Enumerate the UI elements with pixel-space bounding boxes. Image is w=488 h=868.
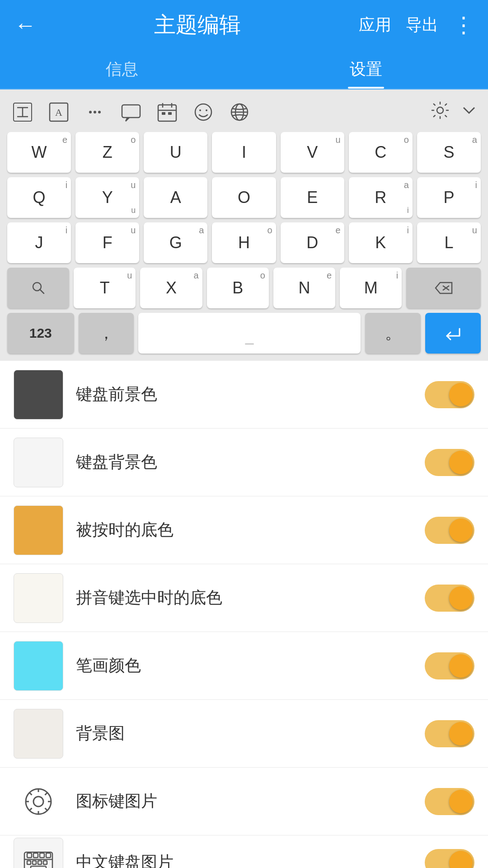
svg-point-6 bbox=[89, 111, 92, 113]
key-A[interactable]: A bbox=[144, 177, 207, 218]
svg-rect-44 bbox=[33, 861, 36, 864]
svg-rect-40 bbox=[33, 853, 38, 858]
key-search[interactable] bbox=[7, 268, 69, 308]
svg-rect-41 bbox=[40, 853, 44, 858]
pressed-toggle[interactable] bbox=[425, 517, 474, 544]
background-toggle[interactable] bbox=[425, 449, 474, 476]
svg-line-36 bbox=[30, 808, 32, 810]
foreground-toggle[interactable] bbox=[425, 381, 474, 408]
key-J[interactable]: Ji bbox=[7, 222, 71, 263]
cn-keyboard-icon-box bbox=[14, 838, 63, 868]
keyboard-preview: A bbox=[0, 90, 488, 361]
settings-item-stroke: 笔画颜色 bbox=[0, 632, 488, 700]
svg-point-8 bbox=[98, 111, 101, 113]
pressed-label: 被按时的底色 bbox=[76, 519, 412, 541]
settings-item-pinyin: 拼音键选中时的底色 bbox=[0, 564, 488, 632]
apply-button[interactable]: 应用 bbox=[359, 14, 391, 36]
toolbar-gear-icon[interactable] bbox=[430, 100, 450, 124]
key-S[interactable]: Sa bbox=[417, 132, 481, 173]
back-button[interactable]: ← bbox=[14, 13, 36, 38]
toolbar-chat-icon[interactable] bbox=[117, 99, 145, 126]
stroke-toggle[interactable] bbox=[425, 652, 474, 679]
key-K[interactable]: Ki bbox=[349, 222, 413, 263]
foreground-label: 键盘前景色 bbox=[76, 383, 412, 406]
svg-rect-45 bbox=[38, 861, 42, 864]
bg-image-swatch[interactable] bbox=[14, 709, 63, 759]
foreground-color-swatch[interactable] bbox=[14, 370, 63, 420]
pinyin-toggle[interactable] bbox=[425, 585, 474, 612]
settings-list: 键盘前景色 键盘背景色 被按时的底色 拼音键选中时的底色 笔画颜色 bbox=[0, 361, 488, 868]
pinyin-color-swatch[interactable] bbox=[14, 573, 63, 623]
pinyin-label: 拼音键选中时的底色 bbox=[76, 587, 412, 609]
icon-key-toggle[interactable] bbox=[425, 788, 474, 815]
more-button[interactable]: ⋮ bbox=[453, 12, 474, 38]
key-L[interactable]: Lu bbox=[417, 222, 481, 263]
key-Y[interactable]: Yuu bbox=[75, 177, 139, 218]
toolbar-emoji-icon[interactable] bbox=[190, 99, 217, 126]
svg-point-16 bbox=[195, 104, 211, 120]
toolbar-calendar-icon[interactable] bbox=[154, 99, 181, 126]
toolbar-right bbox=[430, 100, 479, 124]
toolbar-icon-group: A bbox=[9, 99, 430, 126]
svg-rect-43 bbox=[27, 861, 31, 864]
key-D[interactable]: De bbox=[281, 222, 344, 263]
svg-rect-15 bbox=[168, 112, 172, 115]
toolbar-text-icon[interactable]: A bbox=[45, 99, 72, 126]
toolbar-chevron-icon[interactable] bbox=[459, 100, 479, 124]
key-T[interactable]: Tu bbox=[74, 268, 136, 308]
key-P[interactable]: Pi bbox=[417, 177, 481, 218]
toolbar-globe-icon[interactable] bbox=[226, 99, 253, 126]
key-B[interactable]: Bo bbox=[207, 268, 269, 308]
key-U[interactable]: U bbox=[144, 132, 207, 173]
key-row-4: Tu Xa Bo Ne Mi bbox=[7, 268, 481, 308]
svg-line-24 bbox=[40, 289, 44, 293]
key-E[interactable]: E bbox=[281, 177, 344, 218]
key-Z[interactable]: Zo bbox=[75, 132, 139, 173]
key-N[interactable]: Ne bbox=[273, 268, 335, 308]
header: ← 主题编辑 应用 导出 ⋮ bbox=[0, 0, 488, 50]
svg-point-17 bbox=[199, 109, 201, 111]
svg-rect-39 bbox=[27, 853, 32, 858]
stroke-color-swatch[interactable] bbox=[14, 641, 63, 691]
key-Q[interactable]: Qi bbox=[7, 177, 71, 218]
key-O[interactable]: O bbox=[212, 177, 276, 218]
key-comma[interactable]: ， bbox=[79, 313, 134, 354]
key-G[interactable]: Ga bbox=[144, 222, 207, 263]
key-C[interactable]: Co bbox=[349, 132, 413, 173]
key-123[interactable]: 123 bbox=[7, 313, 74, 354]
key-H[interactable]: Ho bbox=[212, 222, 276, 263]
background-color-swatch[interactable] bbox=[14, 438, 63, 487]
key-W[interactable]: We bbox=[7, 132, 71, 173]
key-row-1: We Zo U I Vu Co Sa bbox=[7, 132, 481, 173]
key-F[interactable]: Fu bbox=[75, 222, 139, 263]
toolbar-dots-icon[interactable] bbox=[81, 99, 108, 126]
settings-item-foreground: 键盘前景色 bbox=[0, 361, 488, 429]
svg-line-34 bbox=[45, 808, 47, 810]
svg-rect-42 bbox=[46, 853, 51, 858]
key-enter[interactable] bbox=[425, 313, 481, 354]
bg-image-toggle[interactable] bbox=[425, 720, 474, 747]
cn-keyboard-label: 中文键盘图片 bbox=[76, 851, 412, 868]
key-space[interactable]: ＿ bbox=[138, 313, 361, 354]
cn-keyboard-toggle[interactable] bbox=[425, 849, 474, 868]
settings-item-icon-key: 图标键图片 bbox=[0, 768, 488, 835]
key-X[interactable]: Xa bbox=[140, 268, 202, 308]
key-V[interactable]: Vu bbox=[281, 132, 344, 173]
key-M[interactable]: Mi bbox=[340, 268, 402, 308]
key-backspace[interactable] bbox=[406, 268, 481, 308]
export-button[interactable]: 导出 bbox=[406, 14, 438, 36]
tab-info[interactable]: 信息 bbox=[0, 50, 244, 89]
settings-item-bg-image: 背景图 bbox=[0, 700, 488, 768]
toolbar-chinese-icon[interactable] bbox=[9, 99, 36, 126]
svg-point-28 bbox=[33, 797, 43, 807]
tab-settings[interactable]: 设置 bbox=[244, 50, 488, 89]
svg-rect-47 bbox=[31, 866, 46, 868]
key-rows: We Zo U I Vu Co Sa Qi Yuu A O E Rai Pi J… bbox=[7, 132, 481, 354]
svg-text:A: A bbox=[55, 107, 62, 118]
key-period[interactable]: 。 bbox=[365, 313, 421, 354]
svg-point-22 bbox=[437, 107, 443, 113]
pressed-color-swatch[interactable] bbox=[14, 505, 63, 555]
key-I[interactable]: I bbox=[212, 132, 276, 173]
page-title: 主题编辑 bbox=[45, 10, 350, 39]
key-R[interactable]: Rai bbox=[349, 177, 413, 218]
